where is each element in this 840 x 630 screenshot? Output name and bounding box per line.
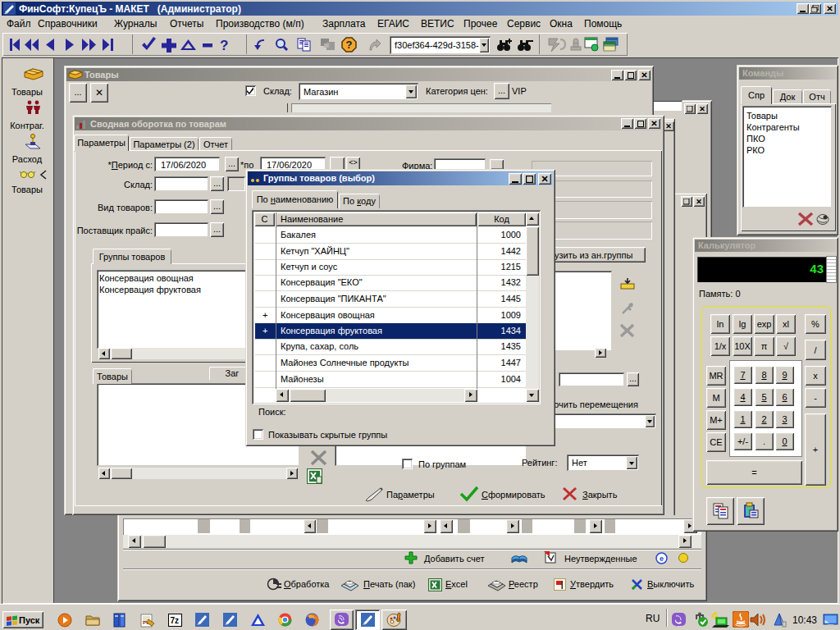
svg-text:7z: 7z bbox=[171, 616, 180, 625]
svg-text:e: e bbox=[660, 555, 664, 563]
svg-text:?: ? bbox=[220, 38, 228, 53]
svg-text:?: ? bbox=[346, 39, 353, 51]
